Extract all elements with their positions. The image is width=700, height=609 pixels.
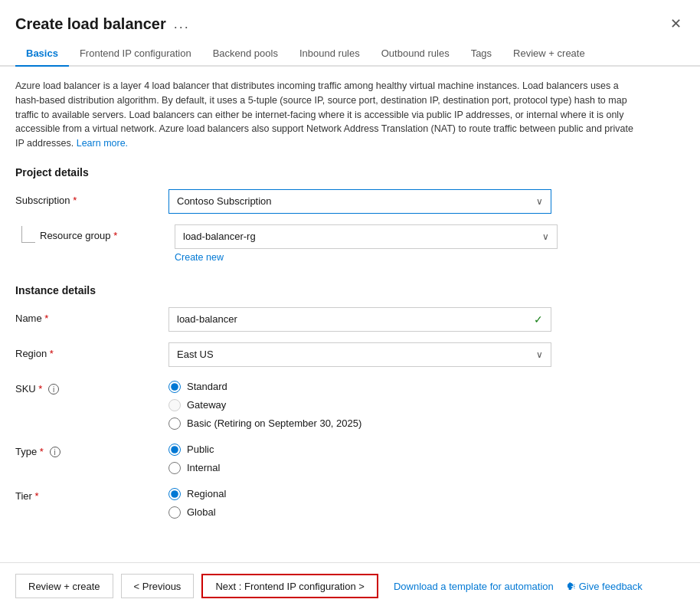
subscription-chevron-icon: ∨ bbox=[536, 196, 543, 207]
type-row: Type * i Public Internal bbox=[15, 440, 685, 474]
tab-outbound-rules[interactable]: Outbound rules bbox=[371, 41, 460, 67]
type-info-icon[interactable]: i bbox=[50, 447, 61, 457]
region-chevron-icon: ∨ bbox=[536, 349, 543, 360]
sku-gateway-option[interactable]: Gateway bbox=[168, 399, 551, 411]
feedback-icon: 🗣 bbox=[566, 581, 576, 592]
type-internal-radio[interactable] bbox=[168, 462, 181, 474]
subscription-select[interactable]: Contoso Subscription ∨ bbox=[168, 189, 551, 214]
previous-button[interactable]: < Previous bbox=[121, 574, 195, 598]
tier-global-radio[interactable] bbox=[168, 506, 181, 519]
project-details-heading: Project details bbox=[15, 166, 685, 178]
region-control: East US ∨ bbox=[168, 342, 551, 367]
tab-tags[interactable]: Tags bbox=[460, 41, 502, 67]
tier-regional-option[interactable]: Regional bbox=[168, 488, 551, 500]
sku-info-icon[interactable]: i bbox=[48, 384, 59, 395]
subscription-required: * bbox=[73, 195, 77, 206]
name-label: Name * bbox=[15, 307, 168, 324]
dialog-title: Create load balancer bbox=[15, 15, 166, 33]
type-public-option[interactable]: Public bbox=[168, 444, 551, 456]
review-create-button[interactable]: Review + create bbox=[15, 574, 113, 598]
type-public-label: Public bbox=[187, 444, 214, 455]
type-public-radio[interactable] bbox=[168, 444, 181, 456]
next-button[interactable]: Next : Frontend IP configuration > bbox=[201, 574, 378, 598]
tier-global-option[interactable]: Global bbox=[168, 506, 551, 519]
resource-group-row: Resource group * load-balancer-rg ∨ Crea… bbox=[15, 224, 685, 263]
tier-regional-radio[interactable] bbox=[168, 488, 181, 500]
tier-regional-label: Regional bbox=[187, 488, 226, 499]
sku-basic-label: Basic (Retiring on September 30, 2025) bbox=[187, 417, 361, 429]
region-label: Region * bbox=[15, 342, 168, 359]
type-internal-label: Internal bbox=[187, 462, 220, 473]
subscription-label: Subscription * bbox=[15, 189, 168, 206]
download-template-link[interactable]: Download a template for automation bbox=[394, 581, 554, 592]
type-label: Type * i bbox=[15, 440, 168, 458]
resource-group-chevron-icon: ∨ bbox=[542, 231, 549, 242]
sku-label: SKU * i bbox=[15, 378, 168, 395]
resource-group-label: Resource group * bbox=[35, 224, 117, 241]
subscription-row: Subscription * Contoso Subscription ∨ bbox=[15, 189, 685, 214]
sku-basic-option[interactable]: Basic (Retiring on September 30, 2025) bbox=[168, 417, 551, 430]
dialog-title-dots: ... bbox=[174, 16, 190, 32]
tab-inbound-rules[interactable]: Inbound rules bbox=[289, 41, 371, 67]
close-button[interactable]: ✕ bbox=[667, 12, 685, 35]
form-content: Azure load balancer is a layer 4 load ba… bbox=[0, 67, 700, 562]
type-control: Public Internal bbox=[168, 440, 551, 474]
resource-group-control: load-balancer-rg ∨ Create new bbox=[175, 224, 558, 263]
name-row: Name * load-balancer ✓ bbox=[15, 307, 685, 332]
tab-frontend-ip[interactable]: Frontend IP configuration bbox=[69, 41, 202, 67]
sku-control: Standard Gateway Basic (Retiring on Sept… bbox=[168, 378, 551, 430]
sku-gateway-radio bbox=[168, 399, 181, 411]
instance-details-heading: Instance details bbox=[15, 284, 685, 296]
sku-gateway-label: Gateway bbox=[187, 399, 226, 411]
tab-backend-pools[interactable]: Backend pools bbox=[202, 41, 289, 67]
tier-global-label: Global bbox=[187, 506, 216, 518]
description-text: Azure load balancer is a layer 4 load ba… bbox=[15, 79, 643, 151]
subscription-control: Contoso Subscription ∨ bbox=[168, 189, 551, 214]
type-internal-option[interactable]: Internal bbox=[168, 462, 551, 474]
name-input[interactable]: load-balancer ✓ bbox=[168, 307, 551, 332]
tab-bar: Basics Frontend IP configuration Backend… bbox=[0, 41, 700, 67]
sku-standard-label: Standard bbox=[187, 381, 227, 392]
dialog-header: Create load balancer ... ✕ bbox=[0, 0, 700, 41]
type-radio-group: Public Internal bbox=[168, 440, 551, 474]
create-new-link[interactable]: Create new bbox=[175, 252, 224, 263]
tier-control: Regional Global bbox=[168, 485, 551, 519]
tier-label: Tier * bbox=[15, 485, 168, 502]
give-feedback-link[interactable]: 🗣 Give feedback bbox=[566, 581, 643, 592]
sku-standard-option[interactable]: Standard bbox=[168, 381, 551, 393]
name-check-icon: ✓ bbox=[534, 313, 543, 326]
tab-basics[interactable]: Basics bbox=[15, 41, 69, 67]
tier-row: Tier * Regional Global bbox=[15, 485, 685, 519]
region-select[interactable]: East US ∨ bbox=[168, 342, 551, 367]
sku-radio-group: Standard Gateway Basic (Retiring on Sept… bbox=[168, 378, 551, 430]
tab-review-create[interactable]: Review + create bbox=[502, 41, 596, 67]
tier-radio-group: Regional Global bbox=[168, 485, 551, 519]
resource-group-select[interactable]: load-balancer-rg ∨ bbox=[175, 224, 558, 249]
sku-standard-radio[interactable] bbox=[168, 381, 181, 393]
sku-row: SKU * i Standard Gateway Basic (Retirin bbox=[15, 378, 685, 430]
name-control: load-balancer ✓ bbox=[168, 307, 551, 332]
create-load-balancer-dialog: Create load balancer ... ✕ Basics Fronte… bbox=[0, 0, 700, 609]
sku-basic-radio[interactable] bbox=[168, 417, 181, 430]
footer: Review + create < Previous Next : Fronte… bbox=[0, 562, 700, 609]
learn-more-link[interactable]: Learn more. bbox=[77, 138, 128, 149]
region-row: Region * East US ∨ bbox=[15, 342, 685, 367]
